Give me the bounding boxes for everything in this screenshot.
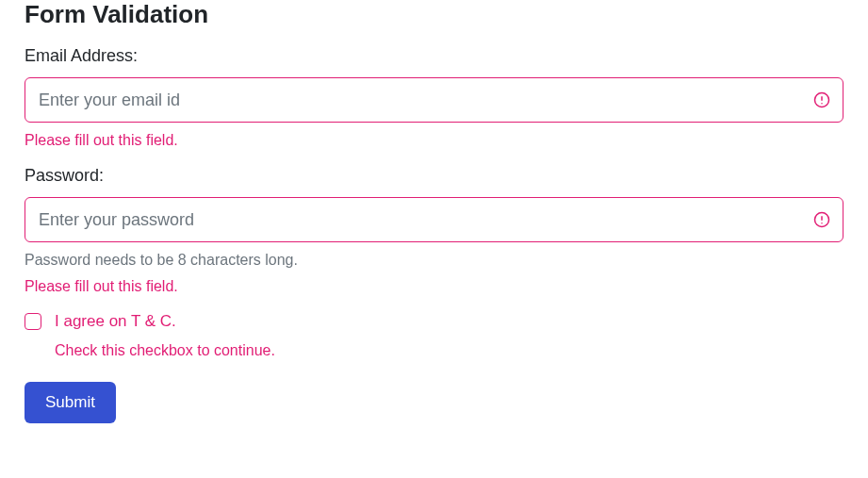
email-label: Email Address: (25, 46, 843, 66)
password-input-wrap (25, 197, 843, 242)
email-error: Please fill out this field. (25, 132, 843, 149)
email-input[interactable] (25, 77, 843, 123)
password-group: Password: Password needs to be 8 charact… (25, 166, 843, 295)
email-input-wrap (25, 77, 843, 123)
email-group: Email Address: Please fill out this fiel… (25, 46, 843, 149)
terms-error: Check this checkbox to continue. (55, 342, 843, 359)
password-help: Password needs to be 8 characters long. (25, 252, 843, 269)
terms-group: I agree on T & C. Check this checkbox to… (25, 312, 843, 359)
password-error: Please fill out this field. (25, 278, 843, 295)
terms-label[interactable]: I agree on T & C. (55, 312, 176, 331)
password-input[interactable] (25, 197, 843, 242)
submit-button[interactable]: Submit (25, 382, 116, 423)
terms-checkbox[interactable] (25, 313, 41, 330)
password-label: Password: (25, 166, 843, 186)
terms-row: I agree on T & C. (25, 312, 843, 331)
form-title: Form Validation (25, 0, 843, 29)
